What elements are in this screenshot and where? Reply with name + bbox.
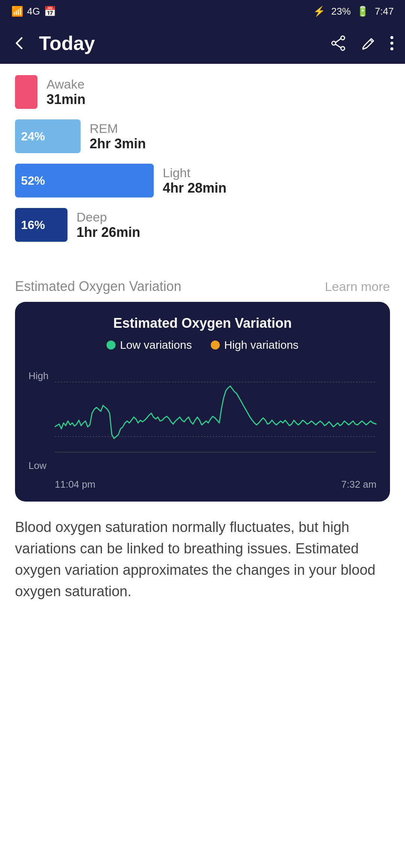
legend-high: High variations bbox=[211, 339, 298, 351]
svg-point-1 bbox=[332, 41, 336, 45]
y-label-high: High bbox=[28, 370, 48, 382]
signal-icon: 📶 bbox=[11, 6, 23, 17]
header-actions bbox=[330, 35, 394, 51]
rem-time: 2hr 3min bbox=[90, 136, 146, 152]
deep-info: Deep 1hr 26min bbox=[76, 210, 140, 240]
sleep-stage-awake: Awake 31min bbox=[15, 75, 390, 109]
chart-svg-wrapper bbox=[55, 363, 376, 472]
chart-legend: Low variations High variations bbox=[28, 339, 376, 351]
awake-time: 31min bbox=[46, 92, 86, 107]
svg-point-7 bbox=[390, 47, 393, 50]
sleep-stages: Awake 31min 24% REM 2hr 3min 52% Light 4… bbox=[15, 75, 390, 242]
svg-line-3 bbox=[336, 39, 341, 42]
svg-point-5 bbox=[390, 36, 393, 39]
chart-x-labels: 11:04 pm 7:32 am bbox=[55, 479, 376, 490]
header: Today bbox=[0, 23, 405, 64]
light-time: 4hr 28min bbox=[163, 180, 226, 196]
deep-percent: 16% bbox=[21, 218, 45, 232]
low-label: Low variations bbox=[120, 339, 192, 351]
battery-icon: 🔋 bbox=[357, 6, 369, 17]
high-label: High variations bbox=[224, 339, 298, 351]
status-bar: 📶 4G 📅 ⚡ 23% 🔋 7:47 bbox=[0, 0, 405, 23]
x-label-start: 11:04 pm bbox=[55, 479, 95, 490]
deep-label: Deep bbox=[76, 210, 140, 225]
page-title: Today bbox=[39, 32, 319, 54]
deep-time: 1hr 26min bbox=[76, 225, 140, 240]
high-dot bbox=[211, 341, 220, 350]
svg-point-6 bbox=[390, 42, 393, 45]
svg-line-4 bbox=[336, 44, 341, 48]
description-text: Blood oxygen saturation normally fluctua… bbox=[15, 519, 375, 599]
oxygen-chart-card: Estimated Oxygen Variation Low variation… bbox=[15, 302, 390, 502]
rem-percent: 24% bbox=[21, 130, 45, 143]
signal-text: 4G bbox=[27, 6, 40, 17]
content: Awake 31min 24% REM 2hr 3min 52% Light 4… bbox=[0, 64, 405, 271]
x-label-end: 7:32 am bbox=[341, 479, 376, 490]
status-bar-right: ⚡ 23% 🔋 7:47 bbox=[313, 6, 394, 17]
chart-y-labels: High Low bbox=[28, 370, 48, 472]
time-text: 7:47 bbox=[375, 6, 394, 17]
sleep-stage-rem: 24% REM 2hr 3min bbox=[15, 119, 390, 153]
light-bar: 52% bbox=[15, 164, 154, 197]
legend-low: Low variations bbox=[106, 339, 192, 351]
light-percent: 52% bbox=[21, 174, 45, 188]
edit-button[interactable] bbox=[360, 35, 376, 51]
oxygen-section-header: Estimated Oxygen Variation Learn more bbox=[0, 271, 405, 302]
light-label: Light bbox=[163, 166, 226, 180]
status-bar-left: 📶 4G 📅 bbox=[11, 6, 56, 17]
chart-title: Estimated Oxygen Variation bbox=[28, 315, 376, 331]
deep-bar: 16% bbox=[15, 208, 68, 242]
rem-info: REM 2hr 3min bbox=[90, 121, 146, 152]
share-button[interactable] bbox=[330, 35, 346, 51]
bluetooth-icon: ⚡ bbox=[313, 6, 325, 17]
chart-svg bbox=[55, 363, 376, 472]
battery-text: 23% bbox=[331, 6, 351, 17]
rem-bar: 24% bbox=[15, 119, 81, 153]
sleep-stage-light: 52% Light 4hr 28min bbox=[15, 164, 390, 197]
light-info: Light 4hr 28min bbox=[163, 166, 226, 196]
calendar-icon: 📅 bbox=[44, 6, 56, 17]
oxygen-description: Blood oxygen saturation normally fluctua… bbox=[0, 502, 405, 617]
awake-label: Awake bbox=[46, 77, 86, 92]
awake-info: Awake 31min bbox=[46, 77, 86, 107]
svg-point-2 bbox=[341, 47, 345, 50]
awake-bar bbox=[15, 75, 38, 109]
back-button[interactable] bbox=[11, 35, 28, 51]
y-label-low: Low bbox=[28, 460, 48, 472]
svg-point-0 bbox=[341, 36, 345, 40]
more-button[interactable] bbox=[390, 36, 394, 51]
low-dot bbox=[106, 341, 116, 350]
rem-label: REM bbox=[90, 121, 146, 136]
oxygen-section-title: Estimated Oxygen Variation bbox=[15, 279, 182, 294]
chart-area: High Low 11:04 pm 7:32 am bbox=[28, 363, 376, 490]
sleep-stage-deep: 16% Deep 1hr 26min bbox=[15, 208, 390, 242]
learn-more-button[interactable]: Learn more bbox=[325, 279, 390, 294]
